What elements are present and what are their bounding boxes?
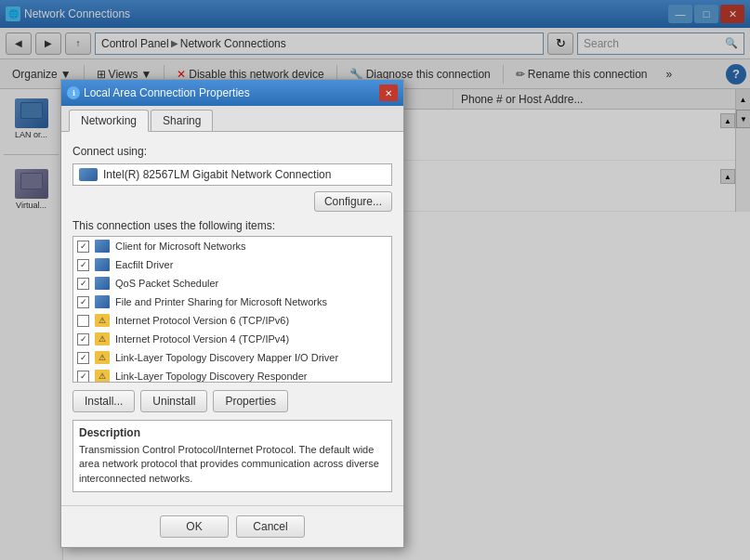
adapter-name: Intel(R) 82567LM Gigabit Network Connect… [103,168,331,181]
items-list: Client for Microsoft Networks Eacfilt Dr… [72,236,392,383]
adapter-icon [79,168,98,181]
checkbox-1[interactable] [77,259,89,271]
adapter-row: Intel(R) 82567LM Gigabit Network Connect… [72,163,392,186]
uninstall-button[interactable]: Uninstall [140,390,207,412]
dialog-overlay: ℹ Local Area Connection Properties ✕ Net… [0,0,750,560]
description-text: Transmission Control Protocol/Internet P… [79,443,386,486]
checkbox-7[interactable] [77,371,89,383]
tab-networking-label: Networking [81,114,137,127]
properties-button[interactable]: Properties [213,390,288,412]
action-buttons: Install... Uninstall Properties [72,390,392,412]
list-item-0[interactable]: Client for Microsoft Networks [73,237,391,255]
install-button[interactable]: Install... [72,390,135,412]
properties-dialog: ℹ Local Area Connection Properties ✕ Net… [60,79,404,548]
dialog-close-button[interactable]: ✕ [379,85,398,101]
list-item-3[interactable]: File and Printer Sharing for Microsoft N… [73,293,391,311]
dialog-title-text: Local Area Connection Properties [84,86,250,99]
dialog-tabs: Networking Sharing [61,106,403,132]
list-item-4[interactable]: ⚠ Internet Protocol Version 6 (TCP/IPv6) [73,311,391,330]
checkbox-6[interactable] [77,352,89,364]
description-title: Description [79,426,386,439]
item-icon-1 [95,258,110,271]
item-icon-2 [95,277,110,290]
connect-using-label: Connect using: [72,145,392,158]
ok-button[interactable]: OK [160,515,229,538]
item-label-4: Internet Protocol Version 6 (TCP/IPv6) [115,315,289,326]
list-item-5[interactable]: ⚠ Internet Protocol Version 4 (TCP/IPv4) [73,330,391,348]
list-item-1[interactable]: Eacfilt Driver [73,255,391,274]
item-label-5: Internet Protocol Version 4 (TCP/IPv4) [115,333,289,345]
item-label-0: Client for Microsoft Networks [115,241,246,252]
description-box: Description Transmission Control Protoco… [72,420,392,492]
item-icon-4: ⚠ [95,314,110,327]
dialog-icon: ℹ [67,86,80,99]
tab-sharing-label: Sharing [163,114,201,127]
list-item-7[interactable]: ⚠ Link-Layer Topology Discovery Responde… [73,367,391,383]
checkbox-0[interactable] [77,241,89,253]
item-label-3: File and Printer Sharing for Microsoft N… [115,296,327,307]
list-item-6[interactable]: ⚠ Link-Layer Topology Discovery Mapper I… [73,348,391,367]
items-label: This connection uses the following items… [72,219,392,232]
dialog-footer: OK Cancel [61,505,403,547]
dialog-title-left: ℹ Local Area Connection Properties [67,86,250,99]
item-label-1: Eacfilt Driver [115,259,173,270]
cancel-button[interactable]: Cancel [236,515,305,538]
item-icon-5: ⚠ [95,332,110,345]
item-icon-7: ⚠ [95,370,110,383]
item-label-6: Link-Layer Topology Discovery Mapper I/O… [115,352,338,363]
dialog-body: Connect using: Intel(R) 82567LM Gigabit … [61,132,403,505]
configure-row: Configure... [72,191,392,212]
tab-sharing[interactable]: Sharing [151,110,213,131]
configure-button[interactable]: Configure... [314,191,392,212]
dialog-title-bar: ℹ Local Area Connection Properties ✕ [61,80,403,106]
checkbox-3[interactable] [77,296,89,308]
checkbox-5[interactable] [77,333,89,345]
item-label-7: Link-Layer Topology Discovery Responder [115,371,307,382]
checkbox-4[interactable] [77,315,89,327]
item-icon-3 [95,295,110,308]
list-item-2[interactable]: QoS Packet Scheduler [73,274,391,293]
tab-networking[interactable]: Networking [69,110,149,132]
item-icon-6: ⚠ [95,351,110,364]
checkbox-2[interactable] [77,278,89,290]
item-icon-0 [95,240,110,253]
item-label-2: QoS Packet Scheduler [115,278,218,289]
